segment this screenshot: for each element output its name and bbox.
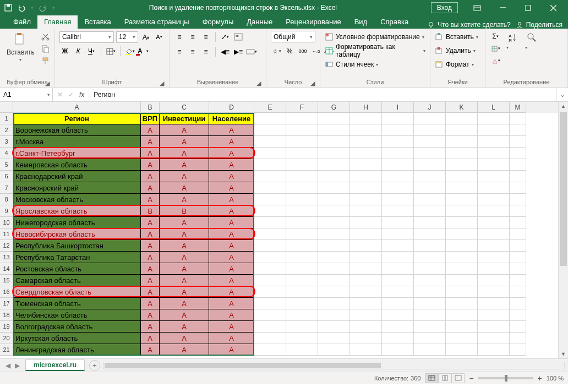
align-middle-icon[interactable]: ≡ [187, 31, 198, 42]
cell[interactable] [382, 344, 414, 356]
row-header[interactable]: 7 [0, 182, 13, 194]
cell[interactable] [510, 333, 526, 344]
cell[interactable] [446, 286, 478, 298]
cell[interactable] [254, 228, 286, 240]
cell[interactable] [478, 194, 510, 205]
value-cell[interactable]: A [141, 344, 160, 356]
col-header[interactable]: A [13, 102, 141, 113]
cell[interactable] [414, 205, 446, 217]
cell[interactable] [478, 171, 510, 182]
add-sheet-button[interactable]: + [89, 360, 100, 371]
cell[interactable] [510, 205, 526, 217]
value-cell[interactable]: A [160, 309, 209, 321]
underline-icon[interactable]: Ч▾ [86, 46, 97, 57]
cell[interactable] [318, 113, 350, 124]
cell[interactable] [318, 217, 350, 228]
cell[interactable] [478, 321, 510, 333]
cell[interactable] [286, 309, 318, 321]
value-cell[interactable]: A [141, 217, 160, 228]
value-cell[interactable]: A [141, 148, 160, 159]
format-cells-button[interactable]: Формат▾ [435, 58, 474, 70]
value-cell[interactable]: A [141, 194, 160, 205]
value-cell[interactable]: A [209, 321, 254, 333]
value-cell[interactable]: A [141, 263, 160, 275]
cell[interactable] [286, 333, 318, 344]
normal-view-icon[interactable] [425, 373, 438, 383]
cell[interactable] [446, 159, 478, 171]
value-cell[interactable]: A [209, 252, 254, 263]
cell[interactable] [382, 171, 414, 182]
cell[interactable] [318, 309, 350, 321]
region-cell[interactable]: Ростовская область [13, 263, 141, 275]
font-name-combo[interactable]: Calibri▾ [59, 31, 114, 43]
row-header[interactable]: 20 [0, 333, 13, 344]
tab-справка[interactable]: Справка [374, 15, 415, 29]
ribbon-display-icon[interactable] [466, 0, 489, 15]
value-cell[interactable]: A [160, 252, 209, 263]
launcher-icon[interactable]: ◢ [45, 80, 50, 85]
cell[interactable] [286, 275, 318, 286]
cell[interactable] [318, 182, 350, 194]
increase-font-icon[interactable]: A▴ [140, 31, 151, 42]
scroll-down-icon[interactable]: ▼ [559, 350, 568, 358]
region-cell[interactable]: Ленинградская область [13, 344, 141, 356]
decrease-font-icon[interactable]: A▾ [154, 31, 165, 42]
cells-area[interactable]: РегионВРПИнвестицииНаселениеВоронежская … [13, 113, 558, 358]
wrap-text-icon[interactable]: ab [233, 31, 244, 42]
worksheet-grid[interactable]: ABCDEFGHIJKLM 12345678910111213141516171… [0, 102, 568, 358]
cell[interactable] [382, 124, 414, 136]
cell[interactable] [414, 182, 446, 194]
sheet-tab[interactable]: microexcel.ru [25, 360, 85, 371]
value-cell[interactable]: A [209, 298, 254, 309]
tab-вид[interactable]: Вид [348, 15, 374, 29]
cell[interactable] [446, 333, 478, 344]
value-cell[interactable]: A [141, 228, 160, 240]
row-headers[interactable]: 123456789101112131415161718192021 [0, 113, 13, 356]
row-header[interactable]: 2 [0, 124, 13, 136]
maximize-icon[interactable] [516, 0, 539, 15]
cell[interactable] [446, 217, 478, 228]
cell[interactable] [382, 240, 414, 252]
cell[interactable] [286, 148, 318, 159]
cell[interactable] [318, 344, 350, 356]
row-header[interactable]: 16 [0, 286, 13, 298]
cell[interactable] [382, 252, 414, 263]
find-select-icon[interactable] [525, 31, 538, 44]
header-cell[interactable]: ВРП [141, 113, 160, 124]
cell[interactable] [286, 159, 318, 171]
row-header[interactable]: 1 [0, 113, 13, 124]
font-size-combo[interactable]: 12▾ [116, 31, 138, 43]
share-button[interactable]: Поделиться [516, 21, 562, 29]
cell[interactable] [478, 217, 510, 228]
cell[interactable] [286, 217, 318, 228]
cell[interactable] [318, 263, 350, 275]
value-cell[interactable]: A [141, 252, 160, 263]
cell[interactable] [318, 159, 350, 171]
cell[interactable] [382, 309, 414, 321]
value-cell[interactable]: A [160, 159, 209, 171]
cell[interactable] [318, 240, 350, 252]
row-header[interactable]: 14 [0, 263, 13, 275]
cell[interactable] [286, 113, 318, 124]
cell[interactable] [414, 194, 446, 205]
decrease-indent-icon[interactable]: ◀≡ [220, 46, 231, 57]
cell[interactable] [510, 124, 526, 136]
cell[interactable] [318, 252, 350, 263]
value-cell[interactable]: B [160, 205, 209, 217]
cell[interactable] [414, 124, 446, 136]
cell[interactable] [286, 124, 318, 136]
row-header[interactable]: 21 [0, 344, 13, 356]
cell[interactable] [318, 275, 350, 286]
zoom-slider[interactable] [478, 377, 533, 379]
cell[interactable] [478, 275, 510, 286]
value-cell[interactable]: A [141, 182, 160, 194]
fill-icon[interactable]: ▾ [490, 43, 501, 54]
cell[interactable] [350, 113, 382, 124]
cell[interactable] [510, 286, 526, 298]
cell[interactable] [414, 263, 446, 275]
value-cell[interactable]: A [160, 182, 209, 194]
italic-icon[interactable]: К [73, 46, 84, 57]
col-header[interactable]: F [286, 102, 318, 113]
cell[interactable] [510, 194, 526, 205]
cell[interactable] [382, 298, 414, 309]
